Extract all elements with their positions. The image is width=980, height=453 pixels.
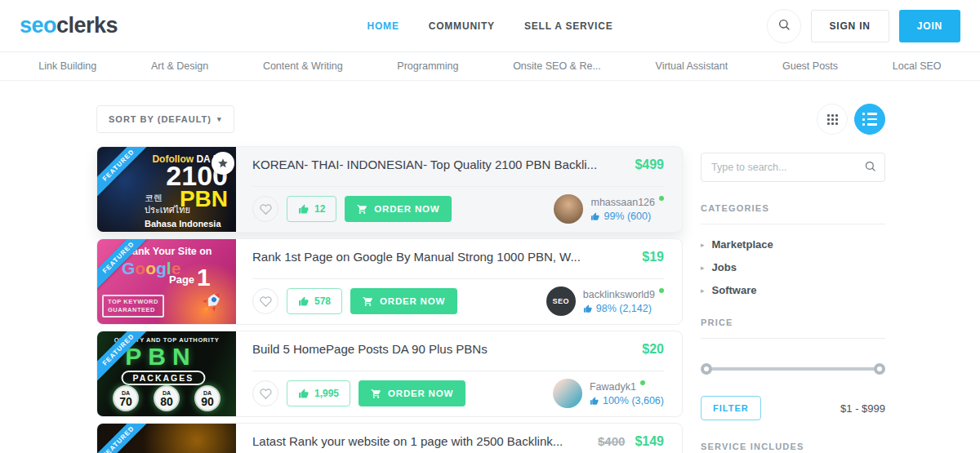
order-now-button[interactable]: ORDER NOW	[345, 196, 452, 222]
thumbs-up-icon	[298, 296, 309, 307]
thumbs-up-icon	[590, 397, 599, 406]
listing-price: $149	[635, 434, 664, 449]
header-right: SIGN IN JOIN	[767, 9, 961, 43]
avatar[interactable]: SEO	[546, 286, 576, 316]
nav-sell-a-service[interactable]: SELL A SERVICE	[524, 20, 613, 32]
listing-card: FEATURED Dofollow DA 50+ 2100 PBN 코렌 ประ…	[96, 146, 683, 233]
toolbar: SORT BY (DEFAULT) ▾	[96, 104, 885, 135]
star-badge[interactable]	[212, 152, 234, 175]
seller-name[interactable]: mhassaan126	[590, 196, 664, 208]
seller-rating: 100% (3,606)	[590, 395, 664, 406]
thumb-text: Page	[169, 273, 194, 286]
sidebar-item-marketplace[interactable]: ▸ Marketplace	[701, 238, 885, 251]
seller-info: mhassaan126 99% (600)	[554, 194, 664, 224]
listing-thumbnail[interactable]: FEATURED Rank Your Site on Google Page 1…	[97, 239, 236, 324]
nav-home[interactable]: HOME	[368, 20, 399, 32]
price-slider	[702, 363, 884, 375]
like-button[interactable]: 578	[287, 288, 342, 314]
seller-name[interactable]: Fawadyk1	[590, 380, 664, 393]
cart-icon	[363, 296, 373, 307]
cart-icon	[371, 389, 381, 399]
online-dot	[640, 380, 645, 385]
order-now-label: ORDER NOW	[380, 296, 445, 306]
thumbs-up-icon	[298, 389, 309, 399]
category-virtual-assistant[interactable]: Virtual Assistant	[656, 60, 728, 72]
listing-thumbnail[interactable]: FEATURED QUALITY AND TOP AUTHORITY PBN P…	[97, 331, 236, 416]
da-badges: DA70 DA80 DA90	[97, 385, 236, 411]
sidebar-item-jobs[interactable]: ▸ Jobs	[701, 261, 885, 273]
filter-button[interactable]: FILTER	[701, 396, 761, 420]
listing-price: $499	[635, 158, 664, 172]
search-input[interactable]	[701, 153, 885, 182]
order-now-button[interactable]: ORDER NOW	[350, 288, 457, 314]
sidebar-categories: ▸ Marketplace ▸ Jobs ▸ Software	[701, 238, 885, 296]
sidebar: CATEGORIES ▸ Marketplace ▸ Jobs ▸ Softwa…	[701, 146, 885, 453]
order-now-button[interactable]: ORDER NOW	[359, 380, 466, 406]
category-programming[interactable]: Programming	[397, 60, 458, 72]
sidebar-search	[701, 153, 885, 182]
listing-card: FEATURED Rank Your Site on Google Page 1…	[96, 238, 683, 325]
sort-dropdown[interactable]: SORT BY (DEFAULT) ▾	[96, 105, 234, 133]
listing-description: Rank Your Website On Google First Page -…	[252, 269, 664, 271]
avatar[interactable]	[554, 194, 583, 224]
seller-rating: 99% (600)	[590, 211, 664, 222]
logo[interactable]: seoclerks	[20, 13, 118, 38]
category-guest-posts[interactable]: Guest Posts	[782, 60, 838, 72]
thumbs-up-icon	[583, 304, 592, 313]
order-now-label: ORDER NOW	[374, 204, 439, 214]
like-button[interactable]: 12	[287, 196, 336, 222]
sidebar-item-software[interactable]: ▸ Software	[701, 284, 885, 296]
listing-thumbnail[interactable]: FEATURED HOW TO GET	[97, 424, 236, 453]
heart-icon	[260, 388, 272, 400]
header-search-button[interactable]	[767, 9, 801, 43]
listing-title[interactable]: KOREAN- THAI- INDONESIAN- Top Quality 21…	[252, 158, 625, 171]
like-button[interactable]: 1,995	[287, 380, 350, 406]
search-icon	[864, 160, 876, 175]
sort-label: SORT BY (DEFAULT)	[109, 114, 212, 124]
view-toggles	[817, 104, 885, 135]
search-icon	[777, 18, 791, 34]
category-onsite-seo[interactable]: Onsite SEO & Re...	[513, 60, 601, 72]
like-count: 578	[314, 295, 331, 307]
nav-community[interactable]: COMMUNITY	[429, 20, 495, 32]
online-dot	[659, 196, 664, 201]
favorite-button[interactable]	[252, 288, 278, 314]
join-button[interactable]: JOIN	[899, 10, 960, 42]
price-slider-handle-min[interactable]	[701, 363, 712, 375]
listing-old-price: $400	[598, 434, 625, 448]
thumb-stamp: TOP KEYWORDGUARANTEED	[102, 295, 164, 318]
favorite-button[interactable]	[252, 380, 278, 406]
grid-view-button[interactable]	[817, 104, 848, 135]
sign-in-button[interactable]: SIGN IN	[811, 10, 889, 42]
category-local-seo[interactable]: Local SEO	[893, 60, 942, 72]
filter-row: FILTER $1 - $999	[701, 396, 885, 420]
logo-part-clerks: clerks	[56, 13, 118, 38]
listing-title[interactable]: Rank 1st Page on Google By Manual Strong…	[252, 250, 632, 264]
category-content-writing[interactable]: Content & Writing	[263, 60, 343, 72]
logo-part-seo: seo	[20, 13, 56, 38]
favorite-button[interactable]	[252, 196, 278, 222]
like-count: 12	[314, 203, 325, 215]
header: seoclerks HOME COMMUNITY SELL A SERVICE …	[0, 0, 980, 52]
thumb-text: Bahasa Indonesia	[145, 219, 221, 229]
chevron-right-icon: ▸	[701, 241, 705, 249]
seller-info: Fawadyk1 100% (3,606)	[553, 379, 664, 408]
avatar[interactable]	[553, 379, 582, 408]
thumbs-up-icon	[590, 212, 599, 221]
listing-title[interactable]: Latast Rank your website on 1 page with …	[252, 434, 588, 448]
price-slider-track	[702, 367, 884, 371]
listing-card: FEATURED HOW TO GET Latast Rank your web…	[96, 423, 683, 453]
seller-name[interactable]: backlinksworld9	[583, 288, 664, 300]
main-nav: HOME COMMUNITY SELL A SERVICE	[368, 20, 613, 32]
list-icon	[862, 113, 877, 126]
price-slider-handle-max[interactable]	[874, 363, 885, 375]
listing-title[interactable]: Build 5 HomePage Posts DA 90 Plus PBNs	[252, 342, 632, 356]
heart-icon	[260, 203, 272, 215]
category-link-building[interactable]: Link Building	[38, 60, 96, 72]
category-art-design[interactable]: Art & Design	[151, 60, 208, 72]
listing-description: Manually Build PBN links on DA 90 to DA4…	[252, 362, 664, 363]
listings-column: FEATURED Dofollow DA 50+ 2100 PBN 코렌 ประ…	[96, 146, 683, 453]
listing-price: $20	[642, 342, 664, 357]
list-view-button[interactable]	[854, 104, 885, 135]
thumb-text: PACKAGES	[122, 371, 206, 385]
